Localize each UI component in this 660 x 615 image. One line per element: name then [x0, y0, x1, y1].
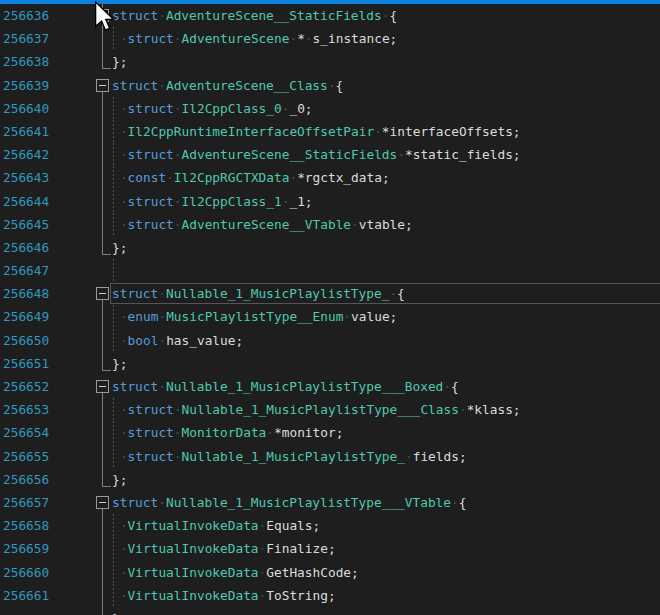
line-number[interactable]: 256659 [0, 537, 94, 560]
token-keyword: bool [128, 333, 159, 348]
fold-minus-icon[interactable] [96, 9, 109, 22]
indent-guide [113, 398, 114, 421]
line-number[interactable]: 256653 [0, 398, 94, 421]
code-line: 256652struct·Nullable_1_MusicPlaylistTyp… [0, 375, 660, 398]
indent-guide [113, 213, 114, 236]
line-number[interactable]: 256640 [0, 97, 94, 120]
line-number[interactable]: 256641 [0, 120, 94, 143]
line-number[interactable]: 256644 [0, 190, 94, 213]
code-line-content[interactable]: }; [112, 468, 660, 491]
code-line-content[interactable]: ·struct·AdventureScene·*·s_instance; [112, 27, 660, 50]
line-number[interactable]: 256638 [0, 50, 94, 73]
line-number[interactable]: 256654 [0, 421, 94, 444]
code-line-content[interactable]: ·VirtualInvokeData·Finalize; [112, 537, 660, 560]
code-line-content[interactable]: ·struct·AdventureScene__StaticFields·*st… [112, 143, 660, 166]
code-line-content[interactable]: ·struct·Il2CppClass_0·_0; [112, 97, 660, 120]
code-line-content[interactable]: }; [112, 236, 660, 259]
indent-guide [113, 166, 114, 189]
code-line-content[interactable]: struct·Nullable_1_MusicPlaylistType_·{ [112, 282, 660, 305]
folding-margin [94, 352, 111, 375]
whitespace-dot: · [158, 333, 166, 348]
code-line-content[interactable]: ·struct·Nullable_1_MusicPlaylistType___C… [112, 398, 660, 421]
code-line-content[interactable]: struct·Nullable_1_MusicPlaylistType___VT… [112, 491, 660, 514]
outline-end-hook [102, 351, 111, 371]
code-line-content[interactable]: ·struct·AdventureScene__VTable·vtable; [112, 213, 660, 236]
code-line: 256660·VirtualInvokeData·GetHashCode; [0, 561, 660, 584]
outline-line [102, 561, 103, 584]
code-line: 256639struct·AdventureScene__Class·{ [0, 74, 660, 97]
line-number[interactable]: 256655 [0, 445, 94, 468]
line-number[interactable]: 256648 [0, 282, 94, 305]
code-line: 256643·const·Il2CppRGCTXData·*rgctx_data… [0, 166, 660, 189]
token-keyword: struct [112, 286, 158, 301]
code-line: 256640·struct·Il2CppClass_0·_0; [0, 97, 660, 120]
token-keyword: struct [112, 78, 158, 93]
code-line: 256647 [0, 259, 660, 282]
line-number[interactable]: 256651 [0, 352, 94, 375]
code-line: 256649·enum·MusicPlaylistType__Enum·valu… [0, 305, 660, 328]
line-number[interactable]: 256645 [0, 213, 94, 236]
code-line-content[interactable]: ·VirtualInvokeData·ToString; [112, 584, 660, 607]
line-number[interactable]: 256650 [0, 329, 94, 352]
line-number[interactable]: 256652 [0, 375, 94, 398]
fold-minus-icon[interactable] [96, 287, 109, 300]
folding-margin [94, 421, 111, 444]
line-number[interactable]: 256661 [0, 584, 94, 607]
line-number[interactable]: 256649 [0, 305, 94, 328]
token-plain: _0; [289, 101, 312, 116]
token-keyword: struct [128, 449, 174, 464]
whitespace-dot: · [158, 379, 166, 394]
code-line-content[interactable]: ·bool·has_value; [112, 329, 660, 352]
code-line: 256637·struct·AdventureScene·*·s_instanc… [0, 27, 660, 50]
whitespace-dot: · [166, 170, 174, 185]
code-line-content[interactable]: ·struct·Nullable_1_MusicPlaylistType_·fi… [112, 445, 660, 468]
folding-margin [94, 190, 111, 213]
fold-minus-icon[interactable] [96, 496, 109, 509]
line-number[interactable]: 256637 [0, 27, 94, 50]
code-line-content[interactable]: struct·Nullable_1_MusicPlaylistType___Bo… [112, 375, 660, 398]
line-number[interactable] [0, 607, 94, 615]
code-line-content[interactable]: ·VirtualInvokeData·GetHashCode; [112, 561, 660, 584]
token-type: Nullable_1_MusicPlaylistType___Boxed [166, 379, 443, 394]
fold-minus-icon[interactable] [96, 380, 109, 393]
line-number[interactable]: 256639 [0, 74, 94, 97]
outline-line [102, 190, 103, 213]
folding-margin [94, 375, 111, 398]
code-line-content[interactable]: ·enum·MusicPlaylistType__Enum·value; [112, 305, 660, 328]
line-number[interactable]: 256660 [0, 561, 94, 584]
whitespace-dot: · [374, 124, 382, 139]
line-number[interactable]: 256636 [0, 4, 94, 27]
folding-margin [94, 259, 111, 282]
indent-guide [113, 514, 114, 537]
line-number[interactable]: 256642 [0, 143, 94, 166]
line-number[interactable]: 256643 [0, 166, 94, 189]
whitespace-dot: · [443, 379, 451, 394]
code-line-content[interactable]: }; [112, 607, 660, 615]
line-number[interactable]: 256658 [0, 514, 94, 537]
code-line-content[interactable]: }; [112, 352, 660, 375]
token-plain: }; [112, 54, 127, 69]
code-line-content[interactable]: ·const·Il2CppRGCTXData·*rgctx_data; [112, 166, 660, 189]
code-line-content[interactable]: ·struct·Il2CppClass_1·_1; [112, 190, 660, 213]
fold-minus-icon[interactable] [96, 79, 109, 92]
window-accent-border [0, 0, 660, 4]
outline-line [102, 584, 103, 607]
line-number[interactable]: 256656 [0, 468, 94, 491]
whitespace-dot: · [397, 147, 405, 162]
code-line-content[interactable]: ·struct·MonitorData·*monitor; [112, 421, 660, 444]
indent-guide [113, 561, 114, 584]
code-line-content[interactable]: struct·AdventureScene__StaticFields·{ [112, 4, 660, 27]
outline-line [102, 166, 103, 189]
code-line-content[interactable]: ·Il2CppRuntimeInterfaceOffsetPair·*inter… [112, 120, 660, 143]
line-number[interactable]: 256647 [0, 259, 94, 282]
indent-guide [113, 190, 114, 213]
outline-end-hook [102, 235, 111, 255]
line-number[interactable]: 256646 [0, 236, 94, 259]
code-line-content[interactable]: }; [112, 50, 660, 73]
token-plain: *static_fields; [405, 147, 521, 162]
code-line-content[interactable] [112, 259, 660, 282]
code-line-content[interactable]: struct·AdventureScene__Class·{ [112, 74, 660, 97]
code-line-content[interactable]: ·VirtualInvokeData·Equals; [112, 514, 660, 537]
token-type: VirtualInvokeData [128, 565, 259, 580]
line-number[interactable]: 256657 [0, 491, 94, 514]
